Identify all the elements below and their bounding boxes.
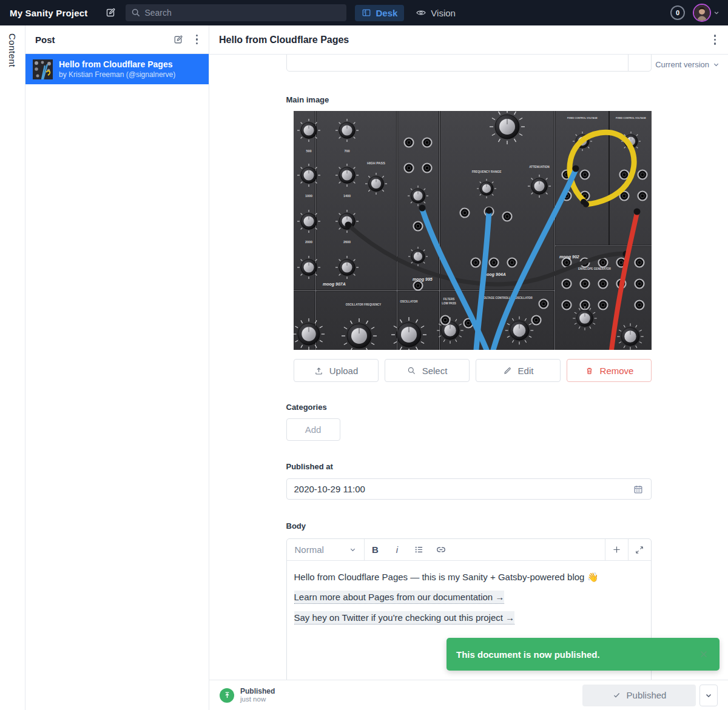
published-button[interactable]: Published (582, 685, 696, 706)
footer-actions: Published (582, 685, 718, 706)
edit-label: Edit (518, 366, 534, 376)
eye-icon (416, 7, 426, 18)
version-label: Current version (655, 60, 709, 69)
post-item-subtitle: by Kristian Freeman (@signalnerve) (59, 70, 175, 79)
svg-text:FIXED CONTROL VOLTAGE: FIXED CONTROL VOLTAGE (567, 117, 598, 119)
svg-text:moog 907A: moog 907A (323, 282, 346, 287)
svg-text:ATTENUATION: ATTENUATION (529, 166, 550, 169)
edit-button[interactable]: Edit (476, 359, 561, 382)
document-menu-button[interactable] (712, 32, 719, 47)
compose-button[interactable] (104, 7, 116, 19)
search-container (126, 4, 346, 21)
tab-desk-label: Desk (376, 8, 397, 18)
post-list-item[interactable]: Hello from Cloudflare Pages by Kristian … (25, 54, 209, 84)
post-item-title: Hello from Cloudflare Pages (59, 59, 175, 70)
notification-badge[interactable]: 0 (670, 5, 685, 20)
svg-text:FILTERS: FILTERS (443, 298, 454, 301)
editor-content[interactable]: Hello from Cloudflare Pages — this is my… (287, 561, 651, 627)
search-icon (131, 8, 141, 18)
chevron-down-icon (349, 546, 356, 553)
svg-text:700: 700 (344, 149, 349, 153)
calendar-button[interactable] (633, 484, 644, 495)
content-rail: Content (0, 25, 25, 710)
field-column: Main image (286, 55, 652, 680)
publish-arrow-icon (223, 691, 232, 700)
fullscreen-button[interactable] (628, 539, 651, 560)
version-selector[interactable]: Current version (655, 60, 720, 69)
body-label: Body (286, 521, 652, 531)
categories-label: Categories (286, 403, 652, 412)
body-link-twitter[interactable]: Say hey on Twitter if you're checking ou… (294, 611, 515, 625)
svg-text:VOLTAGE CONTROLLED OSCILLATOR: VOLTAGE CONTROLLED OSCILLATOR (482, 296, 533, 300)
svg-text:500: 500 (306, 149, 311, 153)
body-link-docs[interactable]: Learn more about Pages from our document… (294, 591, 505, 604)
user-menu-chevron[interactable] (713, 10, 720, 16)
add-category-button[interactable]: Add (286, 418, 340, 441)
publish-status-label: Published (240, 687, 275, 695)
desk-icon (362, 8, 371, 18)
link-icon (436, 544, 447, 555)
svg-text:moog 995: moog 995 (413, 277, 433, 282)
svg-text:OSCILLATOR FREQUENCY: OSCILLATOR FREQUENCY (345, 303, 380, 306)
svg-text:2000: 2000 (305, 240, 312, 244)
document-footer: Published just now Published (209, 680, 728, 710)
post-thumbnail (33, 59, 53, 79)
svg-text:FREQUENCY RANGE: FREQUENCY RANGE (471, 170, 501, 173)
insert-block-button[interactable] (605, 539, 628, 560)
bold-button[interactable]: B (365, 539, 386, 561)
format-buttons: B i (365, 539, 452, 560)
upload-button[interactable]: Upload (294, 359, 379, 382)
svg-text:1400: 1400 (343, 194, 350, 198)
select-label: Select (422, 366, 448, 376)
plus-icon (612, 544, 622, 555)
pencil-icon (502, 366, 513, 376)
document-pane: Hello from Cloudflare Pages Current vers… (209, 25, 728, 710)
text-style-value: Normal (295, 544, 324, 555)
post-panel-header: Post (25, 25, 209, 54)
chevron-down-icon (713, 61, 720, 68)
title-field-partial[interactable] (286, 55, 652, 72)
remove-label: Remove (600, 366, 634, 376)
chevron-down-icon (713, 10, 720, 16)
published-at-label: Published at (286, 462, 652, 472)
body-paragraph[interactable]: Hello from Cloudflare Pages — this is my… (294, 571, 644, 583)
avatar[interactable] (693, 4, 711, 22)
svg-text:OSCILLATOR: OSCILLATOR (400, 300, 418, 303)
italic-button[interactable]: i (386, 539, 408, 561)
svg-text:ENVELOPE GENERATOR: ENVELOPE GENERATOR (578, 267, 611, 270)
svg-text:LOW PASS: LOW PASS (442, 302, 456, 305)
bullet-list-icon (414, 544, 424, 555)
svg-text:2600: 2600 (343, 240, 350, 244)
tab-desk[interactable]: Desk (355, 5, 404, 21)
trash-icon (584, 366, 595, 376)
link-button[interactable] (430, 539, 452, 561)
bullet-list-button[interactable] (408, 539, 430, 561)
publish-menu-button[interactable] (699, 685, 718, 706)
image-button-row: Upload Select Edit (294, 359, 652, 382)
tab-vision[interactable]: Vision (409, 4, 462, 21)
text-style-select[interactable]: Normal (287, 539, 365, 560)
document-header: Hello from Cloudflare Pages (209, 25, 728, 55)
document-scroll-area[interactable]: Current version Main image (209, 55, 728, 680)
search-input[interactable] (126, 4, 346, 21)
top-bar: My Sanity Project Desk Vision 0 (0, 0, 728, 25)
select-button[interactable]: Select (385, 359, 470, 382)
new-document-button[interactable] (172, 34, 184, 45)
app-body: Content Post (0, 25, 728, 710)
remove-button[interactable]: Remove (567, 359, 652, 382)
post-panel-menu-button[interactable] (194, 32, 201, 47)
toolbar-spacer (452, 539, 605, 560)
publish-toast: This document is now published. (447, 638, 720, 671)
svg-text:HIGH PASS: HIGH PASS (367, 161, 385, 165)
published-at-input[interactable]: 2020-10-29 11:00 (286, 478, 652, 500)
content-tab[interactable]: Content (7, 33, 18, 710)
main-image-label: Main image (286, 95, 652, 105)
search-icon (406, 366, 417, 376)
published-at-value: 2020-10-29 11:00 (294, 484, 365, 494)
main-image-preview[interactable]: 500700 10001400 20002600 HIGH PASS (294, 111, 652, 350)
svg-text:FIXED CONTROL VOLTAGE: FIXED CONTROL VOLTAGE (616, 117, 646, 119)
project-title: My Sanity Project (10, 8, 87, 18)
svg-text:moog 902: moog 902 (559, 255, 579, 260)
post-item-text: Hello from Cloudflare Pages by Kristian … (59, 59, 175, 79)
toast-close-button[interactable] (698, 648, 710, 660)
